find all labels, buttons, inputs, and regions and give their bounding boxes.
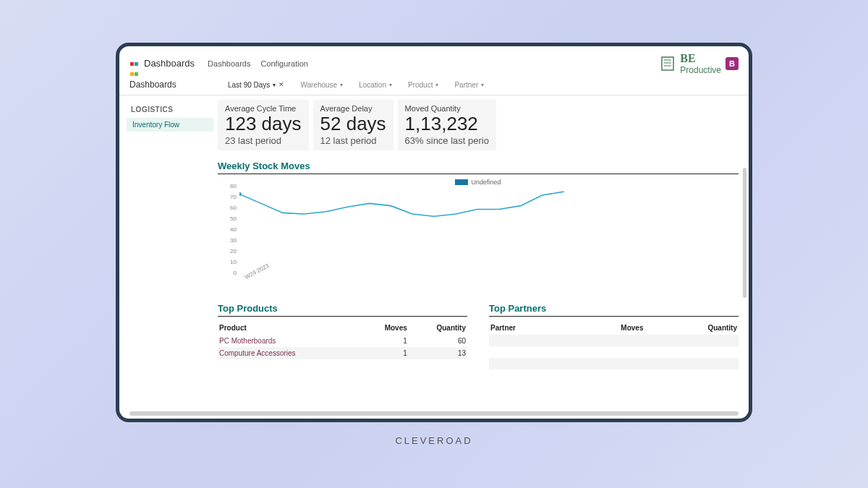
scrollbar-vertical[interactable] — [743, 168, 746, 298]
sidebar: LOGISTICS Inventory Flow — [119, 95, 213, 419]
col-moves: Moves — [571, 321, 644, 335]
sidebar-item-inventory-flow[interactable]: Inventory Flow — [127, 118, 213, 132]
kpi-label: Moved Quantity — [405, 104, 489, 113]
close-icon[interactable]: ✕ — [278, 81, 284, 88]
col-partner: Partner — [489, 321, 571, 335]
table-row — [489, 335, 739, 346]
filter-row: Dashboards Last 90 Days ▾ ✕ Warehouse ▾ … — [119, 78, 749, 95]
table-row[interactable]: Computure Accessories113 — [218, 347, 467, 359]
col-quantity: Quantity — [644, 321, 739, 335]
tops-row: Top Products Product Moves Quantity PC M… — [218, 303, 739, 369]
chart-svg — [239, 186, 739, 280]
filter-label: Partner — [454, 81, 478, 89]
chevron-down-icon: ▾ — [435, 82, 438, 88]
table-row — [489, 358, 739, 369]
chevron-down-icon: ▾ — [389, 82, 392, 88]
top-products-title: Top Products — [218, 303, 467, 317]
filter-date-range[interactable]: Last 90 Days ▾ ✕ — [224, 80, 289, 90]
kpi-delay: Average Delay 52 days 12 last period — [313, 100, 393, 150]
kpi-sub: 63% since last perio — [405, 135, 489, 146]
filter-label: Last 90 Days — [228, 81, 270, 89]
dashboard-body: LOGISTICS Inventory Flow Average Cycle T… — [119, 95, 749, 419]
app-icon — [129, 59, 140, 69]
kpi-cycle-time: Average Cycle Time 123 days 23 last peri… — [218, 100, 309, 150]
top-products-table: Product Moves Quantity PC Motherboards16… — [218, 321, 467, 359]
nav-link-dashboards[interactable]: Dashboards — [208, 59, 250, 68]
chevron-down-icon: ▾ — [340, 82, 343, 88]
scrollbar-horizontal[interactable] — [129, 411, 739, 416]
cell-quantity: 13 — [409, 347, 467, 359]
cell-product: PC Motherboards — [218, 335, 362, 347]
cell-quantity: 60 — [409, 335, 467, 347]
filter-partner[interactable]: Partner ▾ — [450, 80, 488, 90]
filter-location[interactable]: Location ▾ — [354, 80, 396, 90]
chart-line — [239, 192, 564, 216]
logo-productive: Productive — [680, 65, 721, 75]
logo-be: BE — [680, 52, 695, 64]
top-nav: Dashboards Dashboards Configuration BE P… — [119, 46, 749, 78]
chart-legend: Undefined — [218, 179, 739, 186]
kpi-value: 123 days — [225, 113, 302, 135]
chart-area: W24 2023 01020304050607080 — [239, 186, 739, 280]
col-quantity: Quantity — [409, 321, 467, 335]
logo-badge: B — [726, 57, 739, 70]
app-window: Dashboards Dashboards Configuration BE P… — [116, 43, 752, 422]
kpi-label: Average Cycle Time — [225, 104, 302, 113]
chart-ytick: 40 — [221, 226, 237, 232]
breadcrumb: Dashboards — [129, 80, 224, 90]
legend-swatch — [455, 179, 468, 185]
chart-ytick: 30 — [221, 236, 237, 243]
chart-ytick: 50 — [221, 215, 237, 221]
chart-ytick: 10 — [221, 258, 237, 265]
top-partners-table: Partner Moves Quantity — [489, 321, 739, 369]
chart: Undefined W24 2023 01020304050607080 — [218, 179, 739, 294]
chart-ytick: 0 — [221, 269, 237, 275]
table-row — [489, 346, 739, 358]
filter-label: Product — [408, 81, 433, 89]
sidebar-heading: LOGISTICS — [127, 103, 213, 116]
svg-rect-0 — [662, 57, 673, 70]
filter-product[interactable]: Product ▾ — [404, 80, 443, 90]
kpi-label: Average Delay — [320, 104, 386, 113]
nav-link-configuration[interactable]: Configuration — [260, 59, 307, 68]
footer-brand: CLEVEROAD — [395, 435, 472, 446]
kpi-value: 1,13,232 — [405, 113, 489, 135]
chart-title: Weekly Stock Moves — [218, 160, 739, 174]
chevron-down-icon: ▾ — [273, 82, 276, 88]
app-title: Dashboards — [144, 58, 195, 69]
legend-label: Undefined — [471, 179, 501, 186]
logo: BE Productive B — [660, 52, 739, 75]
cell-moves: 1 — [362, 347, 409, 359]
filter-label: Warehouse — [300, 81, 337, 89]
col-moves: Moves — [362, 321, 409, 335]
top-partners-title: Top Partners — [489, 303, 739, 317]
col-product: Product — [218, 321, 362, 335]
kpi-sub: 23 last period — [225, 135, 302, 146]
cell-moves: 1 — [362, 335, 409, 347]
notebook-icon — [660, 56, 676, 72]
cell-product: Computure Accessories — [218, 347, 362, 359]
main-content: Average Cycle Time 123 days 23 last peri… — [213, 95, 749, 419]
kpi-value: 52 days — [320, 113, 386, 135]
chevron-down-icon: ▾ — [481, 82, 484, 88]
table-row[interactable]: PC Motherboards160 — [218, 335, 467, 347]
filter-warehouse[interactable]: Warehouse ▾ — [296, 80, 347, 90]
kpi-row: Average Cycle Time 123 days 23 last peri… — [218, 100, 739, 150]
kpi-moved-qty: Moved Quantity 1,13,232 63% since last p… — [398, 100, 496, 150]
kpi-sub: 12 last period — [320, 135, 386, 146]
chart-ytick: 70 — [221, 193, 237, 200]
chart-ytick: 20 — [221, 247, 237, 254]
top-partners: Top Partners Partner Moves Quantity — [489, 303, 739, 369]
chart-ytick: 80 — [221, 182, 237, 189]
filter-label: Location — [359, 81, 386, 89]
chart-ytick: 60 — [221, 204, 237, 210]
top-products: Top Products Product Moves Quantity PC M… — [218, 303, 467, 369]
